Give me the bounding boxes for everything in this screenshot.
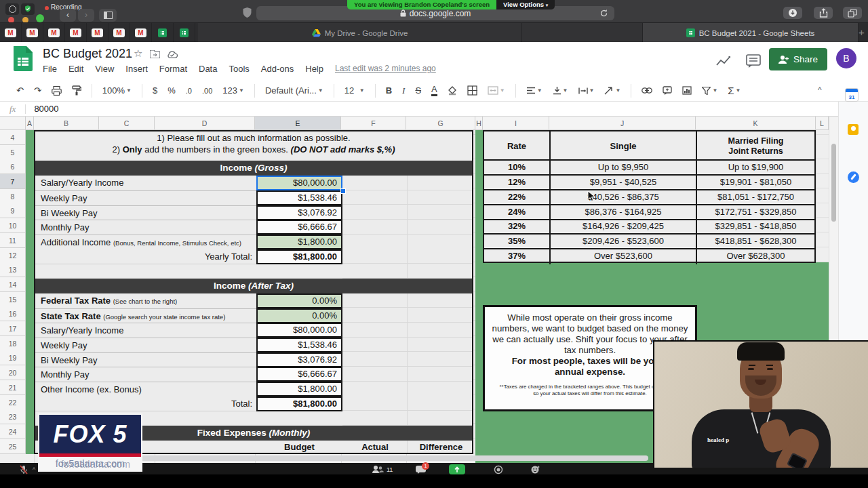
col-header-H[interactable]: H (475, 117, 483, 130)
downloads-button[interactable] (783, 7, 802, 19)
row-header[interactable]: 14 (0, 277, 26, 292)
borders-icon[interactable] (467, 85, 477, 96)
tab-bc-budget-active[interactable]: BC Budget 2021 - Google Sheets (643, 23, 859, 43)
tax-header-rate[interactable]: Rate (484, 131, 551, 161)
tab-sheets-b[interactable] (174, 23, 195, 43)
vertical-align-button[interactable]: ▼ (553, 86, 568, 95)
tax-married[interactable]: $418,851 - $628,300 (697, 235, 814, 249)
instruction-line-2[interactable]: 2) Only add the numbers in the green box… (35, 144, 472, 155)
tax-married[interactable]: $172,751 - $329,850 (697, 205, 814, 220)
cell-value[interactable]: $1,800.00 (256, 235, 342, 249)
row-header[interactable]: 20 (0, 365, 26, 380)
row-header[interactable]: 9 (0, 203, 26, 218)
zoom-select[interactable]: 100%▼ (102, 85, 132, 96)
star-icon[interactable]: ☆ (134, 47, 142, 60)
tax-single[interactable]: $164,926 - $209,425 (551, 220, 697, 235)
tax-single[interactable]: Over $523,600 (551, 249, 697, 264)
cell-label[interactable]: Other Income (ex. Bonus) (35, 382, 256, 396)
extension-info-icon[interactable] (5, 3, 19, 15)
row-header[interactable]: 12 (0, 248, 26, 263)
more-formats-button[interactable]: 123▼ (222, 85, 244, 96)
menu-tools[interactable]: Tools (229, 64, 249, 74)
row-header[interactable]: 5 (0, 145, 26, 160)
sheets-logo-icon[interactable] (14, 46, 33, 72)
row-header[interactable]: 15 (0, 292, 26, 307)
bold-button[interactable]: B (386, 85, 392, 96)
reactions-button[interactable] (530, 465, 540, 474)
tab-overview-button[interactable] (843, 7, 862, 19)
cell-value[interactable]: $3,076.92 (256, 352, 342, 367)
tax-single[interactable]: $86,376 - $164,925 (551, 205, 697, 220)
font-size-select[interactable]: 12 ▼ (344, 85, 365, 96)
col-header-E[interactable]: E (255, 117, 341, 130)
selected-cell-E7[interactable]: $80,000.00 (256, 176, 342, 190)
share-button[interactable]: Share (769, 48, 827, 70)
row-header[interactable]: 10 (0, 218, 26, 233)
col-header-G[interactable]: G (406, 117, 475, 130)
col-header-A[interactable]: A (26, 117, 34, 130)
tax-married[interactable]: $19,901 - $81,050 (697, 176, 814, 190)
col-header-C[interactable]: C (99, 117, 155, 130)
sidebar-toggle-button[interactable] (99, 9, 117, 22)
cell-label[interactable]: State Tax Rate (Google search your state… (35, 308, 256, 323)
menu-insert[interactable]: Insert (125, 64, 148, 74)
cell-label[interactable]: Salary/Yearly Income (35, 176, 256, 190)
row-header[interactable]: 19 (0, 350, 26, 365)
mic-options-caret[interactable]: ^ (33, 466, 35, 473)
text-wrap-button[interactable]: ▼ (578, 87, 595, 95)
fixed-col-actual[interactable]: Actual (342, 441, 408, 454)
print-icon[interactable] (52, 86, 62, 96)
fixed-col-budget[interactable]: Budget (256, 441, 342, 454)
chat-button[interactable]: 1 (415, 465, 427, 474)
tax-married[interactable]: Up to $19,900 (697, 161, 814, 176)
cell-label[interactable]: Total: (35, 396, 256, 411)
back-button[interactable]: ‹ (60, 9, 76, 22)
menu-format[interactable]: Format (159, 64, 187, 74)
italic-button[interactable]: I (402, 85, 405, 96)
undo-icon[interactable]: ↶ (16, 85, 24, 96)
tax-rate[interactable]: 22% (484, 190, 551, 205)
row-header[interactable]: 13 (0, 262, 26, 277)
tab-gmail-5[interactable]: M (87, 23, 108, 43)
tax-rate[interactable]: 35% (484, 235, 551, 249)
format-percent-button[interactable]: % (167, 85, 176, 96)
horizontal-scrollbar[interactable] (61, 455, 648, 461)
last-edit-link[interactable]: Last edit was 2 minutes ago (335, 64, 436, 74)
tax-rate[interactable]: 32% (484, 220, 551, 235)
share-screen-button[interactable] (449, 464, 465, 474)
redo-icon[interactable]: ↷ (34, 85, 41, 96)
cell-label[interactable]: Weekly Pay (35, 190, 256, 205)
new-tab-button[interactable]: + (859, 26, 865, 38)
menu-edit[interactable]: Edit (68, 64, 83, 74)
cell-value[interactable]: $1,538.46 (256, 338, 342, 352)
tab-gmail-6[interactable]: M (108, 23, 130, 43)
cell-value[interactable]: 0.00% (256, 293, 342, 308)
tax-married[interactable]: $329,851 - $418,850 (697, 220, 814, 235)
doc-title[interactable]: BC Budget 2021 (43, 47, 132, 61)
tax-married[interactable]: $81,051 - $172,750 (697, 190, 814, 205)
select-all-corner[interactable] (0, 117, 26, 130)
tab-gmail-7[interactable]: M (130, 23, 152, 43)
fill-color-icon[interactable] (448, 86, 457, 96)
menu-view[interactable]: View (95, 64, 114, 74)
menu-addons[interactable]: Add-ons (261, 64, 294, 74)
paint-format-icon[interactable] (72, 85, 81, 96)
tax-rate[interactable]: 10% (484, 161, 551, 176)
tax-rate[interactable]: 12% (484, 176, 551, 190)
comment-history-icon[interactable] (746, 54, 761, 68)
col-header-B[interactable]: B (34, 117, 99, 130)
tab-gmail-1[interactable]: M (0, 23, 22, 43)
row-header[interactable]: 24 (0, 424, 26, 439)
tax-single[interactable]: $209,426 - $523,600 (551, 235, 697, 249)
insert-link-icon[interactable] (642, 87, 652, 94)
tax-rate[interactable]: 37% (484, 249, 551, 264)
tab-blank[interactable] (522, 23, 643, 43)
cell-label[interactable]: Yearly Total: (35, 249, 256, 264)
view-options-button[interactable]: View Options ▾ (496, 0, 555, 9)
row-header[interactable]: 7 (0, 174, 26, 189)
tax-header-married[interactable]: Married FilingJoint Returns (697, 131, 814, 161)
tax-single[interactable]: $40,526 - $86,375 (551, 190, 697, 205)
row-header[interactable]: 18 (0, 336, 26, 351)
horizontal-align-button[interactable]: ▼ (526, 87, 542, 95)
cell-value[interactable]: $1,800.00 (256, 382, 342, 396)
